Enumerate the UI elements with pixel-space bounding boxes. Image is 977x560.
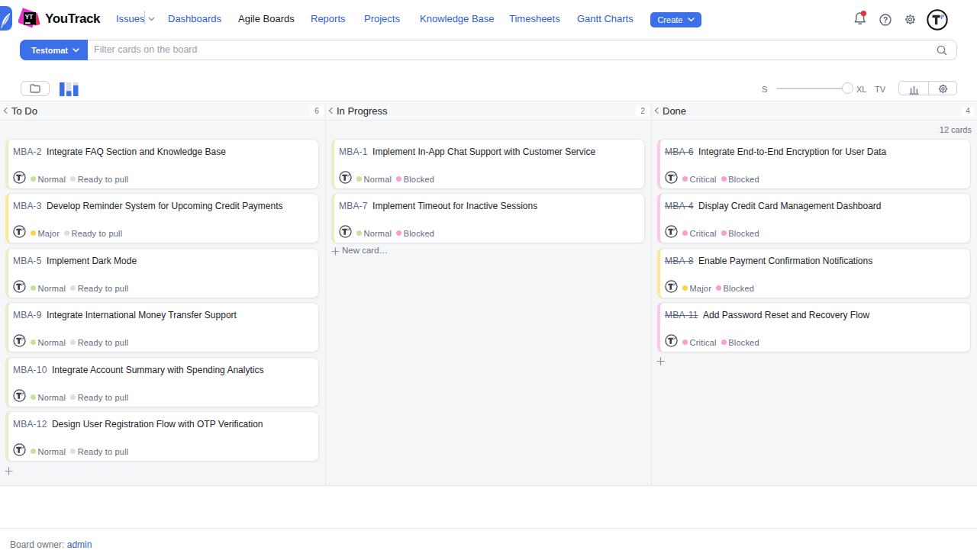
svg-text:YT: YT <box>25 14 33 21</box>
svg-text:?: ? <box>883 16 888 24</box>
